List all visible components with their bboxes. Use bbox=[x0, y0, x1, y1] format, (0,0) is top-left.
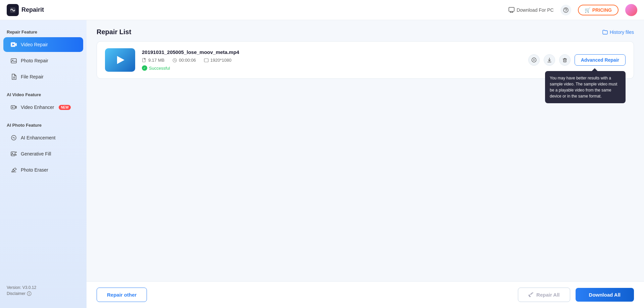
svg-point-16 bbox=[12, 153, 13, 154]
file-size-icon bbox=[142, 58, 147, 63]
sidebar-item-file-repair[interactable]: File Repair bbox=[3, 69, 83, 84]
pricing-button[interactable]: 🛒 PRICING bbox=[578, 5, 619, 15]
new-badge: NEW bbox=[59, 105, 70, 110]
pricing-icon: 🛒 bbox=[585, 7, 590, 13]
play-icon bbox=[117, 56, 124, 64]
file-duration-meta: 00:00:06 bbox=[172, 58, 196, 63]
download-pc-button[interactable]: Download For PC bbox=[508, 7, 554, 13]
download-button[interactable] bbox=[544, 54, 555, 66]
sidebar-section-ai-photo: AI Photo Feature bbox=[0, 120, 87, 130]
svg-line-25 bbox=[175, 60, 176, 61]
svg-rect-15 bbox=[11, 152, 15, 156]
svg-rect-26 bbox=[204, 59, 208, 62]
content-area: Repair List History files 20191031_20500… bbox=[87, 20, 644, 308]
svg-point-20 bbox=[29, 293, 30, 293]
file-info: 20191031_205005_lose_moov_meta.mp4 9.17 … bbox=[142, 49, 522, 71]
photo-repair-icon bbox=[10, 57, 17, 64]
resolution-icon bbox=[204, 58, 209, 63]
file-list: 20191031_205005_lose_moov_meta.mp4 9.17 … bbox=[87, 41, 644, 281]
file-status: ✓ Successful bbox=[142, 65, 522, 71]
file-resolution-meta: 1920*1080 bbox=[204, 58, 231, 63]
svg-rect-9 bbox=[11, 59, 16, 63]
sidebar-item-photo-repair[interactable]: Photo Repair bbox=[3, 53, 83, 68]
file-repair-icon bbox=[10, 73, 17, 80]
generative-fill-icon bbox=[10, 150, 17, 158]
info-icon bbox=[27, 291, 32, 296]
preview-button[interactable] bbox=[528, 54, 540, 66]
video-enhancer-icon bbox=[10, 104, 17, 111]
sidebar-section-ai-video: AI Video Feature bbox=[0, 89, 87, 99]
svg-rect-1 bbox=[509, 7, 514, 11]
repair-all-icon bbox=[528, 292, 534, 298]
svg-point-5 bbox=[564, 8, 568, 12]
repair-all-button[interactable]: Repair All bbox=[518, 288, 570, 302]
user-avatar[interactable] bbox=[625, 4, 637, 16]
topbar: Repairit Download For PC 🛒 PRICING bbox=[0, 0, 644, 20]
content-header: Repair List History files bbox=[87, 20, 644, 41]
sidebar-item-video-repair[interactable]: Video Repair bbox=[3, 37, 83, 52]
svg-marker-28 bbox=[533, 59, 535, 61]
svg-rect-31 bbox=[564, 59, 566, 62]
file-name: 20191031_205005_lose_moov_meta.mp4 bbox=[142, 49, 522, 55]
svg-point-6 bbox=[566, 11, 566, 11]
history-files-button[interactable]: History files bbox=[602, 29, 634, 35]
sidebar-item-generative-fill[interactable]: Generative Fill bbox=[3, 146, 83, 161]
file-actions: Advanced Repair You may have better resu… bbox=[528, 54, 626, 66]
play-circle-icon bbox=[531, 57, 537, 63]
advanced-repair-tooltip: You may have better results with a sampl… bbox=[545, 71, 626, 103]
video-repair-icon bbox=[10, 41, 17, 48]
disclaimer-button[interactable]: Disclaimer bbox=[7, 291, 80, 296]
main-layout: Repair Feature Video Repair Photo Repair bbox=[0, 20, 644, 308]
photo-eraser-icon bbox=[10, 166, 17, 174]
page-title: Repair List bbox=[97, 28, 131, 36]
sidebar-item-ai-enhancement[interactable]: AI Enhancement bbox=[3, 130, 83, 145]
sidebar-item-video-enhancer[interactable]: Video Enhancer NEW bbox=[3, 100, 83, 115]
headset-icon bbox=[563, 7, 569, 13]
topbar-right: Download For PC 🛒 PRICING bbox=[508, 4, 637, 16]
success-dot-icon: ✓ bbox=[142, 65, 147, 71]
help-button[interactable] bbox=[560, 5, 571, 15]
bottom-bar: Repair other Repair All Download All bbox=[87, 281, 644, 308]
folder-icon bbox=[602, 29, 608, 35]
bottom-right-actions: Repair All Download All bbox=[518, 288, 634, 302]
monitor-icon bbox=[508, 7, 515, 13]
download-all-button[interactable]: Download All bbox=[576, 288, 634, 302]
clock-icon bbox=[172, 58, 177, 63]
logo: Repairit bbox=[7, 4, 44, 16]
advanced-repair-button[interactable]: Advanced Repair bbox=[575, 54, 626, 66]
file-size-meta: 9.17 MB bbox=[142, 58, 164, 63]
delete-button[interactable] bbox=[559, 54, 571, 66]
download-icon bbox=[547, 57, 552, 63]
sidebar-item-photo-eraser[interactable]: Photo Eraser bbox=[3, 163, 83, 177]
version-label: Version: V3.0.12 bbox=[7, 285, 80, 290]
app-name: Repairit bbox=[21, 6, 44, 13]
logo-icon bbox=[7, 4, 19, 16]
sidebar-section-repair: Repair Feature bbox=[0, 27, 87, 37]
svg-line-37 bbox=[529, 294, 531, 295]
sidebar: Repair Feature Video Repair Photo Repair bbox=[0, 20, 87, 308]
file-meta: 9.17 MB 00:00:06 bbox=[142, 58, 522, 63]
trash-icon bbox=[562, 57, 568, 63]
repair-other-button[interactable]: Repair other bbox=[97, 288, 147, 302]
file-thumbnail bbox=[105, 48, 135, 72]
file-card: 20191031_205005_lose_moov_meta.mp4 9.17 … bbox=[97, 41, 634, 79]
ai-enhancement-icon bbox=[10, 134, 17, 141]
sidebar-bottom: Version: V3.0.12 Disclaimer bbox=[0, 280, 87, 301]
